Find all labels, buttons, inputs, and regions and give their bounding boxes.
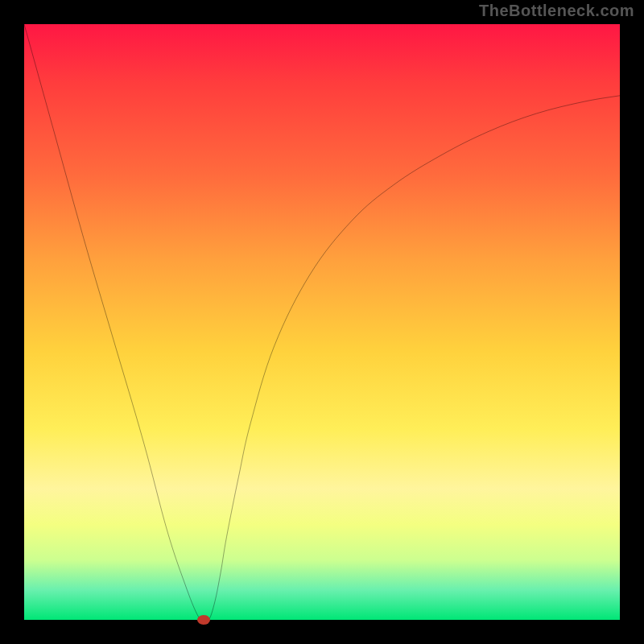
watermark-text: TheBottleneck.com — [479, 2, 634, 20]
chart-frame: TheBottleneck.com — [0, 0, 644, 644]
minimum-marker — [197, 615, 210, 625]
plot-area — [24, 24, 620, 620]
bottleneck-curve — [24, 24, 620, 620]
